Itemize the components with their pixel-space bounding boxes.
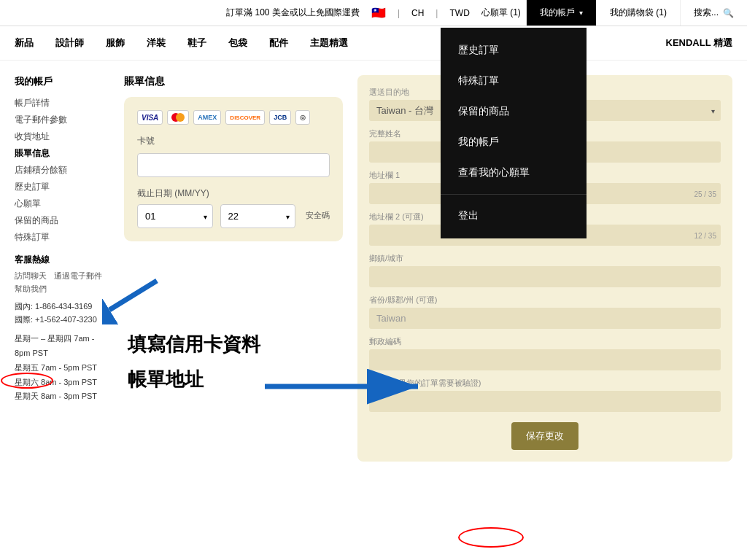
dropdown-item-special[interactable]: 特殊訂單 — [441, 66, 587, 96]
sidebar-item-shipping-address[interactable]: 收貨地址 — [15, 131, 109, 143]
sidebar-item-email[interactable]: 電子郵件參數 — [15, 114, 109, 126]
cart-button[interactable]: 我的購物袋 (1) — [596, 0, 680, 26]
main-navigation: 新品 設計師 服飾 洋裝 鞋子 包袋 配件 主題精選 KENDALL 精選 — [0, 26, 747, 61]
state-input[interactable]: Taiwan — [369, 308, 721, 329]
discover-icon: DISCOVER — [225, 110, 265, 125]
sidebar-item-saved[interactable]: 保留的商品 — [15, 214, 109, 227]
contact-email-link[interactable]: 通過電子郵件 — [54, 271, 102, 281]
business-hours: 星期一 – 星期四 7am - 8pm PST 星期五 7am - 5pm PS… — [15, 332, 109, 404]
diners-icon: ◎ — [295, 110, 310, 125]
sidebar-item-points[interactable]: 店鋪積分餘額 — [15, 164, 109, 176]
account-dropdown: 歷史訂單 特殊訂單 保留的商品 我的帳戶 查看我的心願單 登出 — [441, 28, 587, 238]
dropdown-item-history[interactable]: 歷史訂單 — [441, 35, 587, 66]
state-field: 省份/縣郡/州 (可選) Taiwan — [369, 295, 721, 329]
jcb-icon: JCB — [269, 110, 291, 125]
nav-bags[interactable]: 包袋 — [228, 36, 247, 50]
state-label: 省份/縣郡/州 (可選) — [369, 295, 721, 306]
dropdown-item-myaccount[interactable]: 我的帳戶 — [441, 127, 587, 158]
expiry-label: 截止日期 (MM/YY) — [137, 187, 330, 200]
sidebar-title: 我的帳戶 — [15, 75, 109, 88]
phone-numbers: 國內: 1-866-434-3169 國際: +1-562-407-3230 — [15, 300, 109, 326]
amex-icon: AMEX — [193, 110, 221, 125]
contact-chat-link[interactable]: 訪問聊天 — [15, 271, 47, 281]
dropdown-item-wishlist[interactable]: 查看我的心願單 — [441, 158, 587, 188]
expiry-row: month 01 02 03 04 05 06 07 08 09 10 11 1… — [137, 204, 330, 228]
currency-label: TWD — [449, 8, 469, 18]
card-number-label: 卡號 — [137, 135, 330, 147]
phone-domestic: 國內: 1-866-434-3169 — [15, 300, 109, 314]
year-select[interactable]: 22 23 24 25 26 — [220, 204, 296, 228]
nav-designer[interactable]: 設計師 — [55, 36, 84, 50]
cvv-label: 安全碼 — [306, 210, 330, 221]
city-field: 鄉鎮/城市 — [369, 253, 721, 287]
svg-line-1 — [109, 281, 157, 310]
nav-kendall[interactable]: KENDALL 精選 — [666, 36, 732, 50]
nav-clothing[interactable]: 服飾 — [106, 36, 125, 50]
dropdown-item-logout[interactable]: 登出 — [441, 201, 587, 231]
visa-icon: VISA — [137, 110, 163, 125]
nav-new[interactable]: 新品 — [15, 36, 34, 50]
wishlist-link[interactable]: 心願單 (1) — [481, 7, 521, 19]
month-select[interactable]: month 01 02 03 04 05 06 07 08 09 10 11 1… — [137, 204, 213, 228]
year-select-wrap: 22 23 24 25 26 ▾ — [220, 204, 296, 228]
hours-sun: 星期天 8am - 3pm PST — [15, 389, 109, 404]
month-select-wrap: month 01 02 03 04 05 06 07 08 09 10 11 1… — [137, 204, 213, 228]
sidebar-item-special-orders[interactable]: 特殊訂單 — [15, 231, 109, 244]
nav-accessories[interactable]: 配件 — [269, 36, 288, 50]
nav-dress[interactable]: 洋裝 — [147, 36, 166, 50]
sidebar-contact: 客服熱線 訪問聊天 通過電子郵件 幫助我們 — [15, 254, 109, 295]
account-menu-button[interactable]: 我的帳戶 ▾ — [526, 0, 596, 26]
contact-title: 客服熱線 — [15, 254, 109, 266]
zip-label: 郵政編碼 — [369, 336, 721, 347]
sidebar-item-account-details[interactable]: 帳戶詳情 — [15, 97, 109, 109]
mastercard-icon — [167, 110, 189, 125]
address2-counter: 12 / 35 — [694, 231, 716, 239]
blue-arrow-right — [261, 365, 429, 408]
promo-text: 訂單滿 100 美金或以上免國際運費 — [226, 7, 360, 19]
phone-intl: 國際: +1-562-407-3230 — [15, 314, 109, 327]
city-input[interactable] — [369, 266, 721, 287]
billing-card: VISA AMEX DISCOVER JCB ◎ 卡號 截止日期 (MM/YY) — [124, 97, 343, 241]
city-label: 鄉鎮/城市 — [369, 253, 721, 264]
address1-counter: 25 / 35 — [694, 190, 716, 198]
header-actions: 我的帳戶 ▾ 我的購物袋 (1) 搜索... 🔍 — [526, 0, 747, 26]
nav-curated[interactable]: 主題精選 — [310, 36, 348, 50]
card-number-input[interactable] — [137, 153, 330, 177]
nav-shoes[interactable]: 鞋子 — [187, 36, 206, 50]
dropdown-divider — [441, 194, 587, 195]
card-icons: VISA AMEX DISCOVER JCB ◎ — [137, 110, 330, 125]
search-button[interactable]: 搜索... 🔍 — [680, 0, 747, 26]
sidebar-item-wishlist[interactable]: 心願單 — [15, 198, 109, 210]
search-icon: 🔍 — [723, 8, 734, 18]
annotation-billing-address: 帳單地址 — [128, 367, 204, 392]
save-button[interactable]: 保存更改 — [511, 422, 578, 450]
blue-arrow-left — [102, 266, 160, 324]
top-banner: 訂單滿 100 美金或以上免國際運費 🇹🇼 | CH | TWD 心願單 (1)… — [0, 0, 747, 26]
sidebar-item-orders[interactable]: 歷史訂單 — [15, 181, 109, 193]
hours-mon-thu: 星期一 – 星期四 7am - 8pm PST — [15, 332, 109, 361]
annotation-fill-card: 填寫信用卡資料 — [128, 332, 260, 357]
hours-fri: 星期五 7am - 5pm PST — [15, 361, 109, 376]
hours-sat: 星期六 8am - 3pm PST — [15, 376, 109, 390]
contact-help[interactable]: 幫助我們 — [15, 284, 109, 295]
region-label: CH — [411, 8, 424, 18]
sidebar-item-billing[interactable]: 賬單信息 — [15, 147, 109, 160]
save-circle-annotation — [458, 527, 524, 548]
flag-icon: 🇹🇼 — [371, 6, 386, 20]
account-chevron-icon: ▾ — [579, 9, 583, 17]
sidebar: 我的帳戶 帳戶詳情 電子郵件參數 收貨地址 賬單信息 店鋪積分餘額 歷史訂單 心… — [15, 75, 109, 462]
billing-section-title: 賬單信息 — [124, 75, 343, 88]
contact-links: 訪問聊天 通過電子郵件 — [15, 271, 109, 281]
dropdown-item-saved[interactable]: 保留的商品 — [441, 96, 587, 127]
